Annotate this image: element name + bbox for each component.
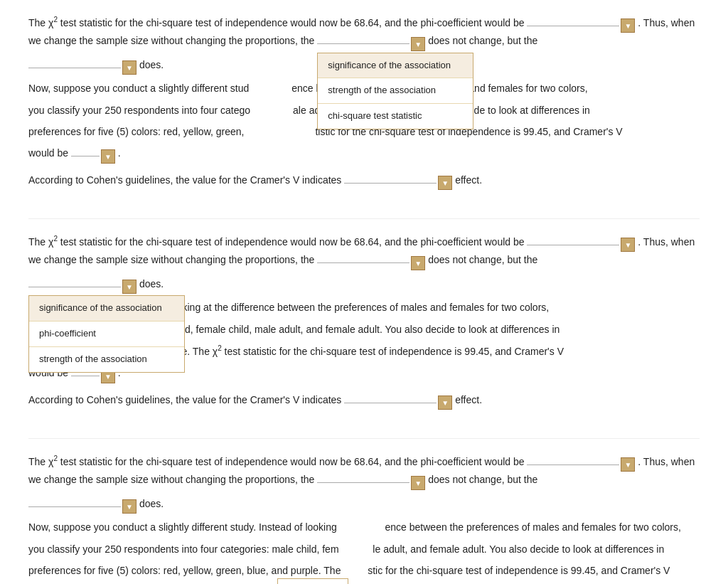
dropdown-arrow-icon[interactable]: ▼	[621, 18, 635, 33]
paragraph-3-2: ▼ does.	[28, 496, 700, 514]
divider-2	[28, 438, 700, 439]
section-1: The χ2 test statistic for the chi-square…	[28, 14, 700, 190]
popup-item-significance-2[interactable]: significance of the association	[29, 296, 184, 322]
text-does-not-change-2: does not change, but the	[428, 254, 537, 265]
text-prefs-3: preferences for five (5) colors: red, ye…	[28, 565, 341, 576]
text-gap-3-2	[341, 552, 370, 553]
text-chi-square-1: The χ2 test statistic for the chi-square…	[28, 17, 527, 28]
dropdown-popup-3: no a large a small a medium	[277, 578, 348, 584]
section-3: The χ2 test statistic for the chi-square…	[28, 453, 700, 584]
dropdown-underline-6	[527, 245, 619, 245]
section-2: The χ2 test statistic for the chi-square…	[28, 233, 700, 410]
text-now-suppose-3: Now, suppose you conduct a slightly diff…	[28, 521, 340, 533]
text-does-not-change-1: does not change, but the	[428, 35, 537, 46]
dropdown-phi-1[interactable]: ▼	[527, 18, 635, 33]
text-ence-3: ence between the preferences of males an…	[385, 521, 681, 533]
text-cohen-2: According to Cohen's guidelines, the val…	[28, 394, 344, 405]
dropdown-would-be-1[interactable]: ▼	[71, 149, 115, 164]
text-gap-2	[250, 113, 293, 114]
paragraph-3-1: The χ2 test statistic for the chi-square…	[28, 453, 700, 490]
dropdown-arrow-icon-11[interactable]: ▼	[621, 457, 635, 472]
text-gap-1	[249, 91, 291, 92]
dropdown-underline-12	[317, 482, 410, 483]
popup-item-chisquare-1[interactable]: chi-square test statistic	[318, 104, 473, 129]
text-classify-1: you classify your 250 respondents into f…	[28, 105, 250, 116]
divider-1	[28, 218, 700, 219]
paragraph-1-cohen: According to Cohen's guidelines, the val…	[28, 172, 700, 191]
dropdown-underline-4	[71, 156, 100, 156]
text-does-1: does.	[139, 59, 164, 70]
text-classify-3: you classify your 250 respondents into f…	[28, 543, 339, 555]
dropdown-proportions-3[interactable]: ▼	[317, 476, 425, 490]
dropdown-proportions-2[interactable]: ▼	[317, 256, 425, 270]
dropdown-but-the-2[interactable]: ▼ significance of the association phi-co…	[28, 280, 136, 294]
dropdown-but-the-3[interactable]: ▼	[28, 499, 136, 514]
dropdown-phi-2[interactable]: ▼	[527, 238, 635, 252]
text-would-be-1: would be	[28, 147, 71, 159]
text-gap-3-1	[340, 530, 382, 531]
text-prefs-1: preferences for five (5) colors: red, ye…	[28, 126, 244, 137]
dropdown-underline	[527, 26, 619, 26]
paragraph-2-2: ▼ significance of the association phi-co…	[28, 276, 700, 294]
paragraph-2-1: The χ2 test statistic for the chi-square…	[28, 233, 700, 270]
popup-item-significance-1[interactable]: significance of the association	[318, 53, 473, 79]
text-effect-1: effect.	[455, 174, 482, 186]
dropdown-arrow-icon-10[interactable]: ▼	[438, 395, 452, 410]
dropdown-arrow-icon-6[interactable]: ▼	[621, 238, 635, 252]
paragraph-2-cohen: According to Cohen's guidelines, the val…	[28, 392, 700, 410]
dropdown-arrow-icon-5[interactable]: ▼	[438, 176, 452, 190]
dropdown-cohen-2[interactable]: ▼	[344, 395, 452, 410]
dropdown-underline-3	[28, 68, 121, 68]
text-stic-3: stic for the chi-square test of independ…	[368, 565, 670, 576]
paragraph-1-6: would be ▼ .	[28, 145, 700, 164]
dropdown-underline-9	[71, 376, 100, 376]
paragraph-3-3: Now, suppose you conduct a slightly diff…	[28, 519, 700, 535]
dropdown-arrow-icon-4[interactable]: ▼	[101, 149, 115, 164]
dropdown-underline-2	[317, 43, 410, 44]
dropdown-arrow-icon-8[interactable]: ▼	[122, 280, 136, 294]
text-now-suppose-1: Now, suppose you conduct a slightly diff…	[28, 83, 249, 94]
popup-item-strength-1[interactable]: strength of the association	[318, 78, 473, 104]
dropdown-popup-1: significance of the association strength…	[317, 53, 473, 129]
dropdown-underline-5	[344, 183, 437, 184]
text-chi-square-3: The χ2 test statistic for the chi-square…	[28, 456, 527, 467]
text-period-1: .	[118, 147, 121, 159]
paragraph-3-4: you classify your 250 respondents into f…	[28, 541, 700, 557]
text-cohen-1: According to Cohen's guidelines, the val…	[28, 174, 344, 186]
dropdown-underline-7	[317, 262, 410, 263]
text-chi-square-2: The χ2 test statistic for the chi-square…	[28, 236, 527, 248]
text-does-3: does.	[139, 498, 164, 509]
dropdown-underline-10	[344, 403, 437, 403]
dropdown-arrow-icon-12[interactable]: ▼	[411, 476, 425, 490]
dropdown-underline-8	[28, 287, 121, 287]
dropdown-underline-11	[527, 464, 619, 465]
dropdown-phi-3[interactable]: ▼	[527, 457, 635, 472]
dropdown-arrow-icon-7[interactable]: ▼	[411, 256, 425, 270]
paragraph-1-1: The χ2 test statistic for the chi-square…	[28, 14, 700, 51]
dropdown-arrow-icon-3[interactable]: ▼	[122, 60, 136, 75]
text-gap-3-3	[343, 573, 365, 574]
dropdown-arrow-icon-13[interactable]: ▼	[122, 499, 136, 514]
text-le-adult-3: le adult, and female adult. You also dec…	[373, 543, 664, 555]
dropdown-arrow-icon-2[interactable]: ▼	[411, 37, 425, 51]
dropdown-cohen-1[interactable]: ▼	[344, 176, 452, 190]
popup-item-strength-2[interactable]: strength of the association	[29, 347, 184, 372]
text-does-not-change-3: does not change, but the	[428, 474, 537, 485]
paragraph-3-5: preferences for five (5) colors: red, ye…	[28, 563, 700, 578]
text-effect-2: effect.	[455, 394, 482, 405]
dropdown-popup-2: significance of the association phi-coef…	[28, 295, 185, 372]
popup-item-no-3[interactable]: no	[278, 579, 348, 584]
dropdown-proportions-1[interactable]: ▼ significance of the association streng…	[317, 37, 425, 51]
text-gap-3	[244, 134, 315, 135]
text-does-2: does.	[139, 278, 164, 290]
dropdown-but-the-1[interactable]: ▼	[28, 60, 136, 75]
dropdown-underline-13	[28, 506, 121, 507]
popup-item-phi-2[interactable]: phi-coefficient	[29, 322, 184, 347]
